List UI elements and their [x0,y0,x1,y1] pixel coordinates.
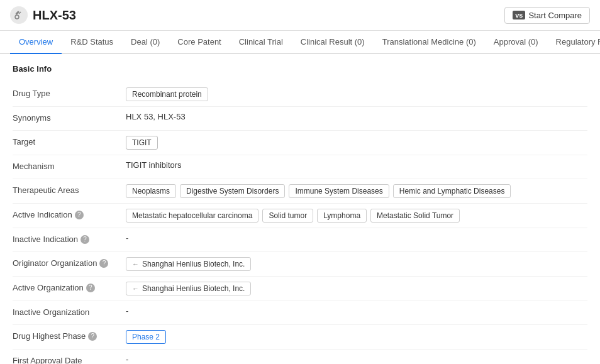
info-label-synonyms: Synonyms [13,112,126,123]
tag-drug-highest-phase: Phase 2 [126,330,166,344]
drug-icon [10,6,28,24]
text-value-synonyms: HLX 53, HLX-53 [126,112,186,121]
help-icon-active-org[interactable]: ? [86,284,95,292]
info-row-inactive-indication: Inactive Indication?- [13,228,587,252]
help-icon-inactive-indication[interactable]: ? [81,235,89,244]
info-value-mechanism: TIGIT inhibitors [126,160,587,170]
org-tag-active-org[interactable]: ←Shanghai Henlius Biotech, Inc. [126,282,251,295]
info-row-inactive-org: Inactive Organization- [13,301,587,325]
info-row-drug-type: Drug TypeRecombinant protein [13,82,587,107]
info-value-inactive-indication: - [126,233,587,243]
dash-value-first-approval-date: - [126,355,128,364]
org-name: Shanghai Henlius Biotech, Inc. [142,260,245,268]
vs-icon: vs [513,11,525,19]
info-label-drug-type: Drug Type [13,87,126,98]
info-row-synonyms: SynonymsHLX 53, HLX-53 [13,107,587,131]
start-compare-button[interactable]: vs Start Compare [504,7,590,24]
info-value-first-approval-date: - [126,355,587,364]
nav-tab-translational-medicine[interactable]: Translational Medicine (0) [374,31,485,54]
tag-target: TIGIT [126,136,158,150]
tag-active-indication: Solid tumor [262,209,313,223]
org-icon: ← [132,260,139,268]
info-label-mechanism: Mechanism [13,160,126,171]
info-rows: Drug TypeRecombinant proteinSynonymsHLX … [13,82,587,364]
info-row-drug-highest-phase: Drug Highest Phase?Phase 2 [13,325,587,350]
info-value-originator-org: ←Shanghai Henlius Biotech, Inc. [126,257,587,271]
info-row-first-approval-date: First Approval Date- [13,350,587,364]
help-icon-active-indication[interactable]: ? [75,211,84,219]
info-label-target: Target [13,136,126,146]
tag-therapeutic-areas: Hemic and Lymphatic Diseases [393,184,511,198]
info-label-inactive-org: Inactive Organization [13,306,126,317]
drug-title: HLX-53 [33,8,76,23]
info-value-inactive-org: - [126,306,587,316]
tag-therapeutic-areas: Immune System Diseases [289,184,389,198]
info-row-therapeutic-areas: Therapeutic AreasNeoplasmsDigestive Syst… [13,179,587,204]
info-value-active-org: ←Shanghai Henlius Biotech, Inc. [126,282,587,295]
tag-active-indication: Metastatic Solid Tumor [370,209,460,223]
svg-point-1 [15,15,19,19]
tag-active-indication: Metastatic hepatocellular carcinoma [126,209,258,223]
info-label-active-org: Active Organization? [13,282,126,292]
start-compare-label: Start Compare [528,11,582,20]
tag-drug-type: Recombinant protein [126,87,208,101]
svg-rect-0 [15,11,19,15]
tag-active-indication: Lymphoma [317,209,367,223]
nav-tab-core-patent[interactable]: Core Patent [169,31,230,54]
info-row-originator-org: Originator Organization?←Shanghai Henliu… [13,252,587,277]
header-left: HLX-53 [10,6,76,24]
tag-therapeutic-areas: Digestive System Disorders [180,184,285,198]
info-value-drug-type: Recombinant protein [126,87,587,101]
nav-tab-overview[interactable]: Overview [10,31,62,54]
org-name: Shanghai Henlius Biotech, Inc. [142,284,245,293]
info-value-target: TIGIT [126,136,587,150]
info-row-active-org: Active Organization?←Shanghai Henlius Bi… [13,277,587,301]
nav-tab-regulatory-review[interactable]: Regulatory Review (0) [547,31,600,54]
header: HLX-53 vs Start Compare [0,0,600,31]
help-icon-originator-org[interactable]: ? [99,259,108,268]
info-label-originator-org: Originator Organization? [13,257,126,268]
info-row-mechanism: MechanismTIGIT inhibitors [13,155,587,179]
info-value-therapeutic-areas: NeoplasmsDigestive System DisordersImmun… [126,184,587,198]
org-icon: ← [132,285,139,292]
text-value-mechanism: TIGIT inhibitors [126,160,182,170]
info-label-therapeutic-areas: Therapeutic Areas [13,184,126,195]
info-label-inactive-indication: Inactive Indication? [13,233,126,244]
info-row-active-indication: Active Indication?Metastatic hepatocellu… [13,204,587,228]
section-title: Basic Info [13,64,587,74]
info-value-active-indication: Metastatic hepatocellular carcinomaSolid… [126,209,587,223]
info-label-drug-highest-phase: Drug Highest Phase? [13,330,126,341]
nav-tab-rd-status[interactable]: R&D Status [62,31,122,54]
content: Basic Info Drug TypeRecombinant proteinS… [0,54,600,364]
tag-therapeutic-areas: Neoplasms [126,184,176,198]
info-value-drug-highest-phase: Phase 2 [126,330,587,344]
nav-tab-clinical-trial[interactable]: Clinical Trial [230,31,292,54]
nav-tab-approval[interactable]: Approval (0) [485,31,547,54]
info-label-first-approval-date: First Approval Date [13,355,126,364]
nav-tab-clinical-result[interactable]: Clinical Result (0) [292,31,374,54]
info-value-synonyms: HLX 53, HLX-53 [126,112,587,121]
nav-tabs: OverviewR&D StatusDeal (0)Core PatentCli… [0,31,600,54]
dash-value-inactive-indication: - [126,233,128,243]
dash-value-inactive-org: - [126,306,128,316]
nav-tab-deal[interactable]: Deal (0) [122,31,169,54]
info-row-target: TargetTIGIT [13,131,587,155]
info-label-active-indication: Active Indication? [13,209,126,219]
help-icon-drug-highest-phase[interactable]: ? [88,332,97,341]
org-tag-originator-org[interactable]: ←Shanghai Henlius Biotech, Inc. [126,257,251,271]
